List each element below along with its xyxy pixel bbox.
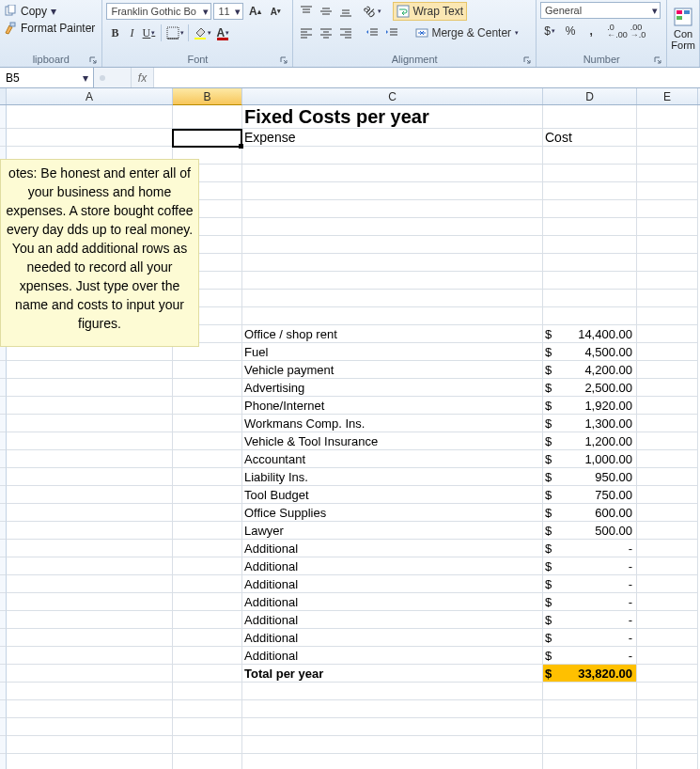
cell-C[interactable] xyxy=(242,754,543,769)
cell-A[interactable] xyxy=(7,557,173,575)
align-middle-button[interactable] xyxy=(317,2,335,21)
table-row[interactable]: Total per year$33,820.00 xyxy=(0,665,700,683)
cell-D[interactable]: $- xyxy=(543,540,637,557)
cell-C[interactable]: Additional xyxy=(242,611,543,629)
cell-C[interactable] xyxy=(242,147,543,165)
column-header-E[interactable]: E xyxy=(637,88,698,104)
cell-A[interactable] xyxy=(7,415,173,432)
cell-C[interactable]: Expense xyxy=(242,129,543,147)
cell-D[interactable] xyxy=(543,718,637,736)
cell-D[interactable] xyxy=(543,236,637,254)
cell-D[interactable] xyxy=(543,307,637,325)
cell-D[interactable] xyxy=(543,683,637,700)
align-right-button[interactable] xyxy=(336,24,355,42)
cell-C[interactable]: Workmans Comp. Ins. xyxy=(242,415,543,432)
insert-function-button[interactable]: fx xyxy=(132,68,154,87)
cell-D[interactable] xyxy=(543,736,637,754)
cell-A[interactable] xyxy=(7,629,173,647)
cell-C[interactable] xyxy=(242,272,543,290)
cell-C[interactable] xyxy=(242,307,543,325)
table-row[interactable]: Additional$- xyxy=(0,593,700,611)
cell-B[interactable] xyxy=(173,105,242,129)
cell-D[interactable]: $4,500.00 xyxy=(543,343,637,361)
table-row[interactable]: ExpenseCost xyxy=(0,129,700,147)
cell-E[interactable] xyxy=(637,361,698,379)
column-header-D[interactable]: D xyxy=(543,88,637,104)
number-format-combo[interactable]: General▾ xyxy=(540,2,661,19)
cell-A[interactable] xyxy=(7,397,173,415)
cell-D[interactable] xyxy=(543,290,637,307)
cell-E[interactable] xyxy=(637,683,698,700)
table-row[interactable] xyxy=(0,754,700,769)
cell-B[interactable] xyxy=(173,361,242,379)
cell-C[interactable]: Total per year xyxy=(242,665,543,683)
cell-E[interactable] xyxy=(637,736,698,754)
row-header[interactable] xyxy=(0,665,7,683)
cell-E[interactable] xyxy=(637,611,698,629)
row-header[interactable] xyxy=(0,129,7,147)
fill-color-button[interactable]: ▾ xyxy=(193,24,211,42)
cell-D[interactable]: $33,820.00 xyxy=(543,665,637,683)
cell-E[interactable] xyxy=(637,718,698,736)
cell-A[interactable] xyxy=(7,432,173,450)
row-header[interactable] xyxy=(0,486,7,504)
table-row[interactable] xyxy=(0,718,700,736)
row-header[interactable] xyxy=(0,718,7,736)
row-header[interactable] xyxy=(0,540,7,557)
cell-E[interactable] xyxy=(637,700,698,718)
cell-E[interactable] xyxy=(637,307,698,325)
cell-D[interactable]: $- xyxy=(543,557,637,575)
cell-C[interactable]: Lawyer xyxy=(242,522,543,540)
cell-E[interactable] xyxy=(637,325,698,343)
increase-decimal-button[interactable]: .0←.00 xyxy=(608,22,627,40)
cell-E[interactable] xyxy=(637,343,698,361)
table-row[interactable]: Tool Budget$750.00 xyxy=(0,486,700,504)
row-header[interactable] xyxy=(0,379,7,397)
cell-B[interactable] xyxy=(173,129,242,147)
cell-A[interactable] xyxy=(7,665,173,683)
table-row[interactable] xyxy=(0,700,700,718)
increase-font-button[interactable]: A▴ xyxy=(245,2,264,21)
cell-D[interactable]: $2,500.00 xyxy=(543,379,637,397)
cell-D[interactable] xyxy=(543,254,637,272)
cell-C[interactable] xyxy=(242,254,543,272)
row-header[interactable] xyxy=(0,105,7,129)
cell-B[interactable] xyxy=(173,415,242,432)
row-header[interactable] xyxy=(0,593,7,611)
chevron-down-icon[interactable]: ▾ xyxy=(78,71,93,85)
cell-C[interactable] xyxy=(242,736,543,754)
cell-D[interactable]: $- xyxy=(543,575,637,593)
format-painter-button[interactable]: Format Painter xyxy=(4,21,95,36)
cell-B[interactable] xyxy=(173,522,242,540)
cell-B[interactable] xyxy=(173,575,242,593)
table-row[interactable]: Additional$- xyxy=(0,557,700,575)
merge-center-button[interactable]: Merge & Center ▾ xyxy=(412,24,521,42)
table-row[interactable]: Fixed Costs per year xyxy=(0,105,700,129)
cell-A[interactable] xyxy=(7,522,173,540)
cell-A[interactable] xyxy=(7,450,173,468)
table-row[interactable]: Liability Ins.$950.00 xyxy=(0,468,700,486)
cell-D[interactable]: $1,920.00 xyxy=(543,397,637,415)
row-header[interactable] xyxy=(0,450,7,468)
cell-B[interactable] xyxy=(173,593,242,611)
table-row[interactable]: Vehicle payment$4,200.00 xyxy=(0,361,700,379)
cell-A[interactable] xyxy=(7,540,173,557)
table-row[interactable]: Additional$- xyxy=(0,611,700,629)
cell-C[interactable]: Fuel xyxy=(242,343,543,361)
cell-B[interactable] xyxy=(173,432,242,450)
italic-button[interactable]: I xyxy=(123,24,140,42)
cell-D[interactable] xyxy=(543,182,637,200)
cell-B[interactable] xyxy=(173,754,242,769)
cell-D[interactable] xyxy=(543,754,637,769)
cell-B[interactable] xyxy=(173,450,242,468)
table-row[interactable]: Additional$- xyxy=(0,575,700,593)
cell-E[interactable] xyxy=(637,665,698,683)
cell-B[interactable] xyxy=(173,629,242,647)
row-header[interactable] xyxy=(0,504,7,522)
cell-B[interactable] xyxy=(173,736,242,754)
cell-A[interactable] xyxy=(7,718,173,736)
column-header-B[interactable]: B xyxy=(173,88,242,105)
decrease-font-button[interactable]: A▾ xyxy=(266,2,285,21)
cell-A[interactable] xyxy=(7,683,173,700)
cell-D[interactable]: $950.00 xyxy=(543,468,637,486)
